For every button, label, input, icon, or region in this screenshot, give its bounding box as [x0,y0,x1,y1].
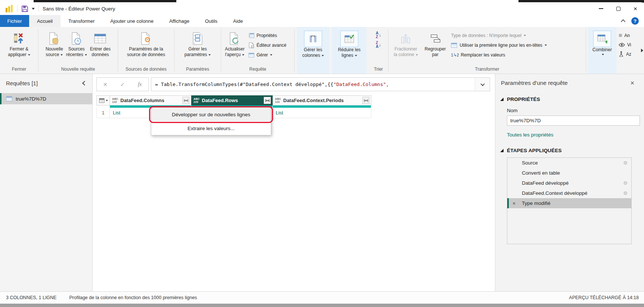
query-name-input[interactable]: true%7D%7D [507,116,640,126]
recent-sources-button[interactable]: Sources récentes [65,30,89,58]
dropdown-caret [355,55,357,56]
help-icon[interactable]: ? [631,17,639,25]
quick-access-dropdown-icon[interactable] [32,8,35,10]
step-datafeed-expanded[interactable]: DataFeed développé ⚙ [507,178,631,188]
tab-ajouter-une-colonne[interactable]: Ajouter une colonne [102,15,161,27]
menu-item-expand-to-new-rows[interactable]: Développer sur de nouvelles lignes [151,108,271,122]
group-by-icon [429,31,442,46]
collapse-pane-icon[interactable] [82,81,87,86]
ribbon-group-fermer: Fermer & appliquer Fermer [0,27,38,74]
data-type-button[interactable]: Type de données : N'importe lequel [451,31,547,40]
properties-button[interactable]: Propriétés [248,31,287,40]
section-expanded-icon [500,98,504,101]
close-button[interactable]: × [627,2,644,15]
grid-cell[interactable]: List [273,108,371,118]
close-apply-icon [13,31,25,46]
save-icon [21,5,28,12]
query-name: true%7D%7D [16,96,46,102]
status-profiling[interactable]: Profilage de la colonne en fonction des … [69,295,197,300]
minimize-button[interactable] [592,2,610,15]
group-by-button[interactable]: Regrouper par [423,30,448,58]
data-source-settings-icon: ⚙ [140,31,152,46]
all-properties-link[interactable]: Toutes les propriétés [507,132,644,138]
azure-ml-button[interactable]: Az [619,49,640,59]
formula-expand-button[interactable] [475,78,490,91]
manage-query-button[interactable]: Gérer [248,50,287,60]
step-source[interactable]: Source ⚙ [507,158,631,168]
manage-parameters-button[interactable]: Gérer les paramètres [183,30,213,58]
table-icon [6,96,12,101]
queries-pane: Requêtes [1] true%7D%7D [0,74,93,291]
properties-icon [248,33,254,38]
ribbon-group-transformer: Fractionner la colonne Regrouper par Typ… [388,27,586,74]
new-source-button[interactable]: Nouvelle source [44,30,65,58]
applied-steps-section-header[interactable]: ÉTAPES APPLIQUÉES [500,148,644,153]
menu-bar: Fichier Accueil Transformer Ajouter une … [0,15,644,27]
sort-descending-button[interactable]: ZA ↓ [376,41,381,49]
formula-bar: × ✓ fx = Table.TransformColumnTypes(#"Da… [96,77,490,91]
expand-column-icon[interactable] [182,97,189,104]
split-column-button[interactable]: Fractionner la colonne [392,30,419,58]
formula-input[interactable]: = Table.TransformColumnTypes(#"DataFeed.… [151,77,490,91]
gear-icon[interactable]: ⚙ [623,180,628,186]
tab-fichier[interactable]: Fichier [0,15,29,27]
maximize-button[interactable] [610,2,627,15]
vision-button[interactable]: Vi [619,40,640,49]
text-analytics-button[interactable]: ≡ An [619,31,640,40]
close-pane-icon[interactable]: × [630,80,634,86]
save-button[interactable] [21,5,28,12]
sort-az-icon: AZ [376,31,378,39]
step-datafeed-context-expanded[interactable]: DataFeed.Context développé ⚙ [507,188,631,198]
dropdown-caret [416,54,418,56]
formula-text: = Table.TransformColumnTypes(#"DataFeed.… [151,82,475,87]
advanced-editor-button[interactable]: Éditeur avancé [248,40,287,50]
row-number[interactable]: 1 [96,108,110,118]
column-header-datafeed-rows[interactable]: ABC123 DataFeed.Rows [191,95,273,105]
tab-transformer[interactable]: Transformer [61,15,102,27]
tab-accueil[interactable]: Accueil [29,15,61,27]
dropdown-caret [85,54,87,56]
step-converted-to-table[interactable]: Converti en table [507,168,631,178]
manage-columns-button[interactable]: Gérer les colonnes [297,27,329,74]
gear-icon[interactable]: ⚙ [623,190,628,196]
context-menu: Développer sur de nouvelles lignes Extra… [151,107,271,135]
use-first-row-headers-button[interactable]: Utiliser la première ligne pour les en-t… [451,40,547,50]
ribbon-expand-icon[interactable] [641,49,643,52]
manage-parameters-icon [192,31,203,46]
combine-button[interactable]: Combiner [588,27,616,74]
query-list-item[interactable]: true%7D%7D [0,93,92,104]
enter-data-button[interactable]: Entrer des données [89,30,112,58]
ribbon-group-label: Requête [221,67,294,72]
new-source-icon [48,31,60,46]
replace-values-button[interactable]: 1↳2 Remplacer les valeurs [451,50,547,60]
fx-icon[interactable]: fx [138,81,142,88]
cancel-formula-icon[interactable]: × [103,80,107,89]
refresh-preview-button[interactable]: Actualiser l'aperçu [223,30,246,58]
reduce-rows-button[interactable]: Réduire les lignes [332,27,366,74]
step-changed-type[interactable]: × Type modifié [507,198,631,208]
tab-outils[interactable]: Outils [197,15,225,27]
power-bi-logo-icon [5,4,13,13]
expand-column-icon[interactable] [362,97,369,104]
gear-icon[interactable]: ⚙ [623,160,628,166]
status-bar: 3 COLONNES, 1 LIGNE Profilage de la colo… [0,291,644,304]
properties-section-header[interactable]: PROPRIÉTÉS [500,96,644,102]
commit-formula-icon[interactable]: ✓ [120,81,125,88]
grid-header-row: ABC123 DataFeed.Columns ABC123 DataFeed.… [96,95,371,105]
menu-item-extract-values[interactable]: Extraire les valeurs... [151,122,271,135]
grid-corner-button[interactable] [96,95,110,105]
ribbon-group-label: Fermer [0,67,38,72]
name-label: Nom [507,108,644,113]
close-and-apply-button[interactable]: Fermer & appliquer [6,30,31,58]
tab-aide[interactable]: Aide [225,15,251,27]
collapse-ribbon-icon[interactable] [621,19,626,24]
expand-column-icon[interactable] [264,97,271,104]
split-column-icon [400,31,411,46]
tab-affichage[interactable]: Affichage [161,15,197,27]
refresh-preview-icon [229,31,241,46]
delete-step-icon[interactable]: × [513,200,515,206]
data-source-settings-button[interactable]: ⚙ Paramètres de la source de données [126,30,167,58]
column-header-datafeed-columns[interactable]: ABC123 DataFeed.Columns [110,95,191,105]
sort-ascending-button[interactable]: AZ ↓ [376,31,381,39]
column-header-datafeed-context-periods[interactable]: ABC123 DataFeed.Context.Periods [273,95,371,105]
